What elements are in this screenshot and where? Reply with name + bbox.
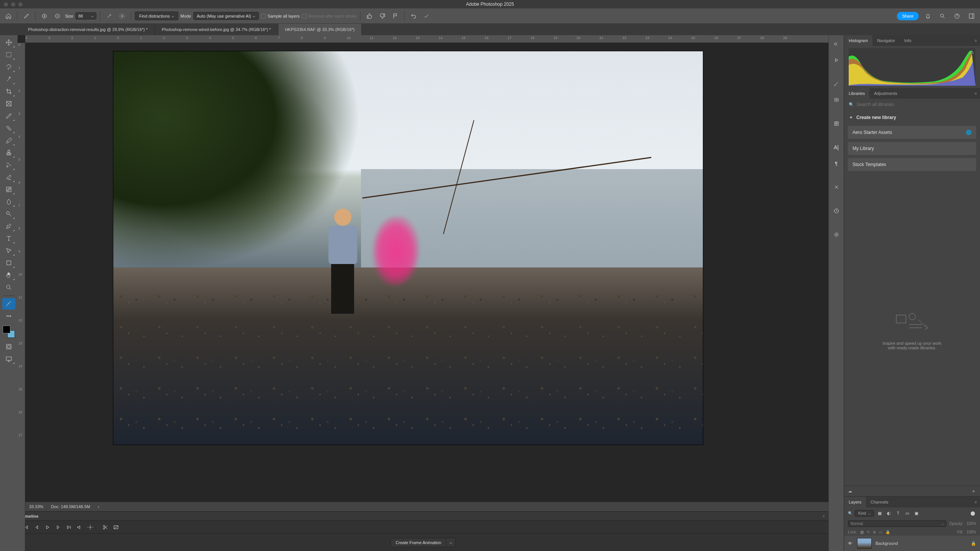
document-canvas[interactable] — [113, 51, 703, 445]
collapse-icon[interactable]: ≡ — [823, 514, 825, 518]
doc-size[interactable]: Doc: 148.5M/148.5M — [51, 504, 90, 509]
hand-tool[interactable] — [2, 269, 15, 281]
filter-pixel-icon[interactable]: ▦ — [876, 510, 883, 517]
canvas-viewport[interactable] — [25, 43, 828, 502]
search-icon[interactable]: 🔍 — [848, 511, 853, 515]
transition-icon[interactable] — [111, 523, 121, 532]
zoom-tool[interactable] — [2, 282, 15, 293]
chevron-down-icon[interactable]: ⌵ — [91, 13, 94, 18]
settings-icon[interactable] — [86, 523, 95, 532]
gear-icon[interactable] — [117, 11, 127, 21]
quick-mask[interactable] — [2, 341, 15, 352]
commit-icon[interactable] — [421, 11, 432, 21]
layer-row-background[interactable]: 👁 Background 🔒 — [844, 536, 980, 551]
frame-tool[interactable] — [2, 98, 15, 109]
zoom-level[interactable]: 33.33% — [29, 504, 43, 509]
timeline-header[interactable]: Timeline ≡ — [18, 511, 828, 520]
subtract-brush-icon[interactable] — [52, 11, 63, 21]
create-frame-button[interactable]: Create Frame Animation — [390, 538, 446, 547]
healing-tool[interactable] — [2, 122, 15, 134]
add-brush-icon[interactable] — [39, 11, 50, 21]
audio-icon[interactable] — [75, 523, 84, 532]
brushes-panel-icon[interactable] — [831, 78, 842, 90]
wand-tool[interactable] — [2, 73, 15, 85]
filter-shape-icon[interactable]: ▭ — [904, 510, 911, 517]
tab-adjustments[interactable]: Adjustments — [869, 88, 902, 99]
tab-layers[interactable]: Layers — [844, 497, 866, 507]
glyphs-panel-icon[interactable]: ¶ — [831, 158, 842, 169]
size-input[interactable]: ⌵ — [75, 12, 96, 20]
lock-position-icon[interactable]: ⊕ — [873, 530, 876, 534]
dodge-tool[interactable] — [2, 208, 15, 220]
edit-toolbar[interactable] — [2, 310, 15, 322]
pen-tool[interactable] — [2, 220, 15, 232]
opacity-value[interactable]: 100% — [966, 522, 976, 526]
panel-menu-icon[interactable]: ≡ — [972, 35, 980, 46]
kind-select[interactable]: Kind⌵ — [855, 510, 874, 517]
marquee-tool[interactable] — [2, 49, 15, 60]
layer-thumbnail[interactable] — [857, 538, 872, 549]
window-controls[interactable] — [4, 2, 23, 7]
tab-doc-1[interactable]: Photoshop-distraction-removal-results.jp… — [21, 24, 155, 35]
tab-info[interactable]: Info — [900, 35, 916, 46]
next-frame-icon[interactable] — [54, 523, 63, 532]
expand-icon[interactable] — [831, 38, 842, 50]
tools-preset-icon[interactable] — [831, 181, 842, 193]
fill-value[interactable]: 100% — [966, 530, 976, 534]
share-button[interactable]: Share — [897, 12, 919, 20]
brush-tool-icon[interactable] — [21, 11, 32, 21]
plus-icon[interactable]: ＋ — [971, 488, 976, 495]
remove-tool[interactable] — [2, 298, 15, 310]
brush-tool[interactable] — [2, 135, 15, 146]
scissors-icon[interactable] — [101, 523, 110, 532]
panel-menu-icon[interactable]: ≡ — [972, 88, 980, 99]
find-distractions-button[interactable]: Find distractions⌵ — [135, 11, 178, 20]
flag-icon[interactable] — [390, 11, 401, 21]
lasso-tool[interactable] — [2, 61, 15, 73]
ruler-vertical[interactable]: 01234567891011121314151617 — [18, 43, 25, 551]
help-icon[interactable] — [952, 11, 962, 21]
move-tool[interactable] — [2, 37, 15, 48]
panel-menu-icon[interactable]: ≡ — [972, 497, 980, 507]
shape-tool[interactable] — [2, 257, 15, 269]
history-brush-tool[interactable] — [2, 159, 15, 171]
thumbs-up-icon[interactable] — [364, 11, 375, 21]
tab-histogram[interactable]: Histogram — [844, 35, 872, 46]
search-input[interactable] — [856, 102, 975, 107]
filter-type-icon[interactable]: T — [895, 510, 902, 517]
crop-tool[interactable] — [2, 86, 15, 97]
play-panel-icon[interactable] — [831, 54, 842, 66]
play-icon[interactable] — [43, 523, 52, 532]
history-panel-icon[interactable] — [831, 205, 842, 217]
pressure-icon[interactable] — [104, 11, 114, 21]
mode-select[interactable]: Auto (May use generative AI)⌵ — [193, 12, 259, 20]
visibility-icon[interactable]: 👁 — [848, 541, 853, 546]
info-panel-icon[interactable] — [831, 229, 842, 240]
tab-doc-2[interactable]: Photoshop-remove-wired-before.jpg @ 34.7… — [155, 24, 278, 35]
bell-icon[interactable] — [923, 11, 933, 21]
gradient-tool[interactable] — [2, 184, 15, 195]
library-item-mylibrary[interactable]: My Library — [848, 142, 976, 155]
eyedropper-tool[interactable] — [2, 110, 15, 122]
tab-libraries[interactable]: Libraries — [844, 88, 869, 99]
undo-icon[interactable] — [408, 11, 419, 21]
ruler-horizontal[interactable]: 4321012345678910111213141516171819202122… — [25, 35, 828, 43]
search-icon[interactable] — [937, 11, 948, 21]
eraser-tool[interactable] — [2, 171, 15, 183]
blend-mode-select[interactable]: Normal⌵ — [848, 520, 946, 527]
filter-smart-icon[interactable]: ▣ — [913, 510, 920, 517]
tab-doc-3[interactable]: HKPS3354.RAF @ 33.3% (RGB/16*) — [278, 24, 362, 35]
layer-name[interactable]: Background — [875, 541, 898, 546]
filter-adjust-icon[interactable]: ◐ — [885, 510, 892, 517]
adjustments-panel-icon[interactable] — [831, 94, 842, 106]
prev-frame-icon[interactable] — [32, 523, 41, 532]
paragraph-panel-icon[interactable] — [831, 118, 842, 129]
tab-navigator[interactable]: Navigator — [872, 35, 900, 46]
library-search[interactable]: 🔍 — [844, 99, 980, 110]
warning-icon[interactable]: ⚠ — [970, 50, 974, 55]
size-value[interactable] — [78, 14, 89, 18]
sample-all-checkbox[interactable]: Sample all layers — [261, 14, 300, 18]
library-item-aero[interactable]: Aero Starter Assets🌐 — [848, 126, 976, 139]
frame-dropdown[interactable]: ⌵ — [446, 538, 456, 547]
tab-channels[interactable]: Channels — [866, 497, 893, 507]
